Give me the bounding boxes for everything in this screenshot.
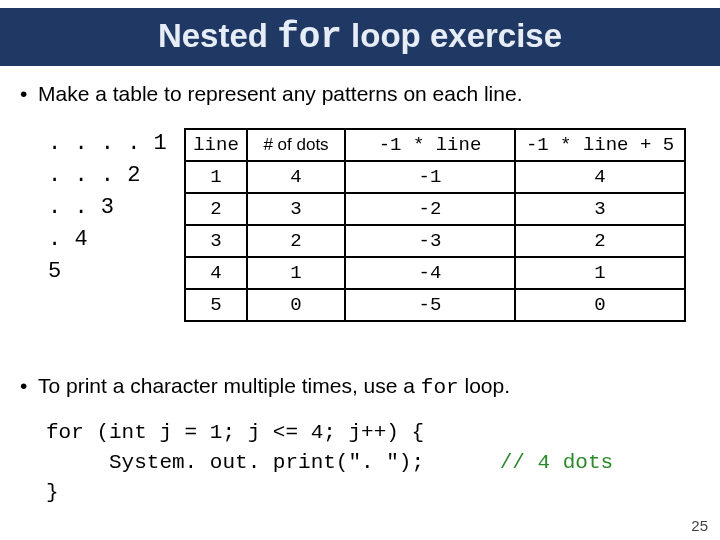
- th-dots: # of dots: [247, 129, 345, 161]
- cell: 0: [247, 289, 345, 321]
- title-part2: loop exercise: [342, 17, 562, 54]
- pattern-line-3: . . 3: [48, 195, 114, 220]
- bullet-2-mono: for: [421, 376, 459, 399]
- bullet-1: •Make a table to represent any patterns …: [20, 82, 522, 106]
- cell: 1: [515, 257, 685, 289]
- cell: 4: [515, 161, 685, 193]
- cell: 0: [515, 289, 685, 321]
- title-mono: for: [277, 17, 342, 58]
- page-number: 25: [691, 517, 708, 534]
- cell: 3: [247, 193, 345, 225]
- cell: -3: [345, 225, 515, 257]
- cell: 2: [515, 225, 685, 257]
- pattern-line-1: . . . . 1: [48, 131, 167, 156]
- bullet-dot-icon: •: [20, 374, 38, 398]
- slide-title: Nested for loop exercise: [158, 17, 562, 58]
- pattern-line-4: . 4: [48, 227, 88, 252]
- cell: 4: [185, 257, 247, 289]
- code-line-1: for (int j = 1; j <= 4; j++) {: [46, 421, 424, 444]
- table-row: 2 3 -2 3: [185, 193, 685, 225]
- pattern-line-5: 5: [48, 259, 61, 284]
- bullet-1-text: Make a table to represent any patterns o…: [38, 82, 522, 105]
- code-line-3: }: [46, 481, 59, 504]
- table-header-row: line # of dots -1 * line -1 * line + 5: [185, 129, 685, 161]
- bullet-2-pre: To print a character multiple times, use…: [38, 374, 421, 397]
- bullet-dot-icon: •: [20, 82, 38, 106]
- pattern-table: line # of dots -1 * line -1 * line + 5 1…: [184, 128, 686, 322]
- cell: 1: [185, 161, 247, 193]
- cell: -2: [345, 193, 515, 225]
- table-row: 1 4 -1 4: [185, 161, 685, 193]
- pattern-line-2: . . . 2: [48, 163, 140, 188]
- title-part1: Nested: [158, 17, 277, 54]
- cell: 4: [247, 161, 345, 193]
- table-row: 3 2 -3 2: [185, 225, 685, 257]
- cell: 2: [185, 193, 247, 225]
- bullet-2-post: loop.: [459, 374, 510, 397]
- cell: -5: [345, 289, 515, 321]
- table-row: 4 1 -4 1: [185, 257, 685, 289]
- th-expr1: -1 * line: [345, 129, 515, 161]
- title-band: Nested for loop exercise: [0, 8, 720, 66]
- cell: 1: [247, 257, 345, 289]
- pattern-output: . . . . 1 . . . 2 . . 3 . 4 5: [48, 128, 167, 288]
- cell: -1: [345, 161, 515, 193]
- code-comment: // 4 dots: [424, 451, 613, 474]
- cell: 5: [185, 289, 247, 321]
- code-line-2: System. out. print(". ");: [46, 451, 424, 474]
- cell: 3: [515, 193, 685, 225]
- code-block: for (int j = 1; j <= 4; j++) { System. o…: [46, 418, 613, 508]
- bullet-2: •To print a character multiple times, us…: [20, 374, 510, 399]
- cell: 2: [247, 225, 345, 257]
- cell: -4: [345, 257, 515, 289]
- th-line: line: [185, 129, 247, 161]
- table-row: 5 0 -5 0: [185, 289, 685, 321]
- th-expr2: -1 * line + 5: [515, 129, 685, 161]
- slide: Nested for loop exercise •Make a table t…: [0, 0, 720, 540]
- cell: 3: [185, 225, 247, 257]
